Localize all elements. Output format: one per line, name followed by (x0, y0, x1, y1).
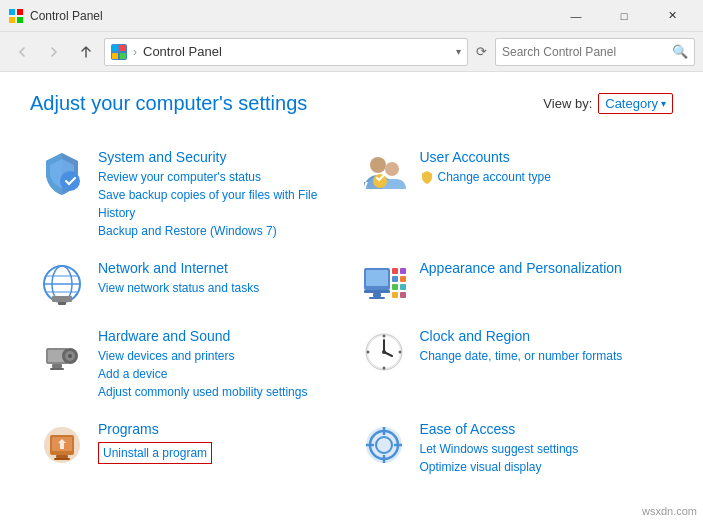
clock-region-icon (360, 328, 408, 376)
svg-point-11 (373, 174, 387, 188)
hardware-sound-icon (38, 328, 86, 376)
ease-of-access-title[interactable]: Ease of Access (420, 421, 666, 437)
svg-rect-23 (369, 297, 385, 299)
user-accounts-text: User Accounts Change account type (420, 149, 666, 188)
svg-point-47 (366, 351, 369, 354)
programs-text: Programs Uninstall a program (98, 421, 344, 464)
title-bar: Control Panel — □ ✕ (0, 0, 703, 32)
user-accounts-sub-1[interactable]: Change account type (438, 168, 551, 186)
svg-rect-52 (54, 458, 70, 460)
clock-region-sub-1[interactable]: Change date, time, or number formats (420, 347, 666, 365)
address-icon (111, 44, 127, 60)
user-accounts-icon (360, 149, 408, 197)
svg-rect-22 (373, 293, 381, 297)
category-network-internet: Network and Internet View network status… (30, 250, 352, 318)
network-internet-title[interactable]: Network and Internet (98, 260, 344, 276)
network-internet-icon (38, 260, 86, 308)
up-button[interactable] (72, 38, 100, 66)
minimize-button[interactable]: — (553, 0, 599, 32)
view-dropdown-arrow: ▾ (661, 98, 666, 109)
clock-region-text: Clock and Region Change date, time, or n… (420, 328, 666, 365)
window-controls: — □ ✕ (553, 0, 695, 32)
shield-small-icon (420, 170, 434, 184)
category-system-security: System and Security Review your computer… (30, 139, 352, 250)
watermark: wsxdn.com (642, 505, 697, 517)
appearance-title[interactable]: Appearance and Personalization (420, 260, 666, 276)
search-bar[interactable]: 🔍 (495, 38, 695, 66)
svg-rect-18 (58, 302, 66, 305)
window-icon (8, 8, 24, 24)
svg-point-46 (382, 367, 385, 370)
category-programs: Programs Uninstall a program (30, 411, 352, 486)
programs-sub-uninstall[interactable]: Uninstall a program (98, 442, 212, 464)
system-security-sub-1[interactable]: Review your computer's status (98, 168, 344, 186)
svg-point-44 (382, 335, 385, 338)
svg-point-8 (60, 171, 80, 191)
svg-rect-27 (392, 292, 398, 298)
view-dropdown-label: Category (605, 96, 658, 111)
system-security-sub-2[interactable]: Save backup copies of your files with Fi… (98, 186, 344, 222)
search-icon[interactable]: 🔍 (672, 44, 688, 59)
clock-region-title[interactable]: Clock and Region (420, 328, 666, 344)
content-area: Adjust your computer's settings View by:… (0, 72, 703, 521)
hardware-sound-sub-3[interactable]: Adjust commonly used mobility settings (98, 383, 344, 401)
network-internet-text: Network and Internet View network status… (98, 260, 344, 297)
hardware-sound-sub-2[interactable]: Add a device (98, 365, 344, 383)
view-by-control: View by: Category ▾ (543, 93, 673, 114)
svg-rect-20 (366, 270, 388, 286)
forward-button[interactable] (40, 38, 68, 66)
category-ease-of-access: Ease of Access Let Windows suggest setti… (352, 411, 674, 486)
svg-rect-51 (56, 455, 68, 458)
svg-rect-2 (9, 17, 15, 23)
maximize-button[interactable]: □ (601, 0, 647, 32)
system-security-title[interactable]: System and Security (98, 149, 344, 165)
svg-rect-38 (50, 368, 64, 370)
svg-point-36 (68, 354, 72, 358)
page-title: Adjust your computer's settings (30, 92, 307, 115)
network-internet-sub-1[interactable]: View network status and tasks (98, 279, 344, 297)
hardware-sound-title[interactable]: Hardware and Sound (98, 328, 344, 344)
svg-rect-31 (400, 292, 406, 298)
system-security-text: System and Security Review your computer… (98, 149, 344, 240)
categories-grid: System and Security Review your computer… (30, 139, 673, 486)
back-button[interactable] (8, 38, 36, 66)
svg-rect-30 (400, 284, 406, 290)
ease-of-access-sub-2[interactable]: Optimize visual display (420, 458, 666, 476)
svg-point-43 (382, 350, 386, 354)
programs-icon (38, 421, 86, 469)
svg-rect-1 (17, 9, 23, 15)
ease-of-access-text: Ease of Access Let Windows suggest setti… (420, 421, 666, 476)
svg-point-45 (398, 351, 401, 354)
svg-rect-17 (52, 296, 72, 302)
appearance-text: Appearance and Personalization (420, 260, 666, 279)
user-accounts-title[interactable]: User Accounts (420, 149, 666, 165)
ease-of-access-sub-1[interactable]: Let Windows suggest settings (420, 440, 666, 458)
svg-rect-24 (392, 268, 398, 274)
category-user-accounts: User Accounts Change account type (352, 139, 674, 250)
svg-rect-25 (392, 276, 398, 282)
address-path-text: Control Panel (143, 44, 450, 59)
view-dropdown[interactable]: Category ▾ (598, 93, 673, 114)
category-appearance: Appearance and Personalization (352, 250, 674, 318)
appearance-icon (360, 260, 408, 308)
svg-rect-29 (400, 276, 406, 282)
content-header: Adjust your computer's settings View by:… (30, 92, 673, 115)
system-security-sub-3[interactable]: Backup and Restore (Windows 7) (98, 222, 344, 240)
close-button[interactable]: ✕ (649, 0, 695, 32)
search-input[interactable] (502, 45, 668, 59)
category-clock-region: Clock and Region Change date, time, or n… (352, 318, 674, 411)
hardware-sound-sub-1[interactable]: View devices and printers (98, 347, 344, 365)
svg-rect-5 (120, 45, 126, 51)
hardware-sound-text: Hardware and Sound View devices and prin… (98, 328, 344, 401)
svg-rect-28 (400, 268, 406, 274)
svg-rect-37 (52, 364, 62, 368)
address-dropdown-arrow[interactable]: ▾ (456, 46, 461, 57)
window-title: Control Panel (30, 9, 553, 23)
view-by-label: View by: (543, 96, 592, 111)
svg-rect-6 (112, 53, 118, 59)
programs-title[interactable]: Programs (98, 421, 344, 437)
address-bar[interactable]: › Control Panel ▾ (104, 38, 468, 66)
svg-rect-7 (120, 53, 126, 59)
svg-point-10 (385, 162, 399, 176)
refresh-button[interactable]: ⟳ (472, 42, 491, 61)
